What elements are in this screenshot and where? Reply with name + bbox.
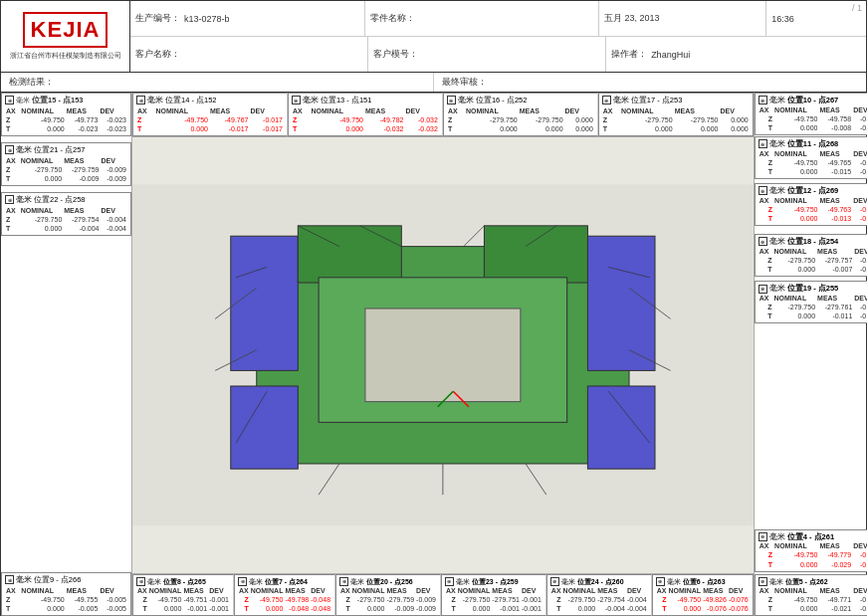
operator-cell: 操作者： ZhangHui	[606, 37, 866, 72]
mbox-pos15: ⊕ 毫米 位置15 - 点153 AXNOMINALMEASDEV Z-49.7…	[1, 93, 131, 136]
mbox-pos8: ⊕ 毫米 位置8 - 点265 AXNOMINALMEASDEV Z-49.75…	[132, 574, 234, 616]
right-panel: ⊕ 毫米 位置10 - 点267 AXNOMINALMEASDEV Z-49.7…	[754, 93, 867, 616]
header: KEJIA 浙江省台州市科佳模架制造有限公司 生产编号： k13-0278-b …	[1, 1, 866, 73]
part-name-cell: 零件名称：	[365, 1, 600, 36]
corner-mark: / 1	[852, 3, 862, 13]
mbox-pos5: ⊕ 毫米 位置5 - 点262 AXNOMINALMEASDEV Z-49.75…	[755, 574, 867, 616]
left-spacer	[1, 236, 131, 572]
top-mbox-row: ⊕ 毫米 位置14 - 点152 AXNOMINALMEASDEV Z-49.7…	[132, 93, 754, 137]
result-row: 检测结果： 最终审核：	[1, 73, 866, 93]
mbox-pos12: ⊕ 毫米 位置12 - 点269 AXNOMINALMEASDEV Z-49.7…	[755, 183, 867, 226]
svg-rect-26	[365, 308, 521, 402]
unit-pos15: 毫米	[16, 96, 30, 104]
mbox-pos20: ⊕ 毫米 位置20 - 点256 AXNOMINALMEASDEV Z-279.…	[335, 574, 441, 616]
header-fields: 生产编号： k13-0278-b 零件名称： 五月 23, 2013 16:36…	[130, 1, 866, 72]
mbox-pos7: ⊕ 毫米 位置7 - 点264 AXNOMINALMEASDEV Z-49.75…	[234, 574, 335, 616]
mbox-pos18: ⊕ 毫米 位置18 - 点254 AXNOMINALMEASDEV Z-279.…	[755, 234, 867, 277]
logo-sub: 浙江省台州市科佳模架制造有限公司	[10, 51, 121, 61]
mbox-pos6: ⊕ 毫米 位置6 - 点263 AXNOMINALMEASDEV Z-49.75…	[652, 574, 754, 616]
3d-view	[132, 137, 754, 573]
mbox-pos14: ⊕ 毫米 位置14 - 点152 AXNOMINALMEASDEV Z-49.7…	[132, 93, 288, 136]
logo-box: KEJIA	[23, 12, 108, 48]
svg-rect-5	[587, 386, 655, 469]
mbox-pos17: ⊕ 毫米 位置17 - 点253 AXNOMINALMEASDEV Z-279.…	[598, 93, 754, 136]
svg-rect-7	[484, 226, 587, 283]
header-row-2: 客户名称： 客户模号： 操作者： ZhangHui	[130, 37, 866, 72]
right-spacer	[755, 323, 867, 528]
left-panel: ⊕ 毫米 位置15 - 点153 AXNOMINALMEASDEV Z-49.7…	[1, 93, 132, 616]
mbox-pos23: ⊕ 毫米 位置23 - 点259 AXNOMINALMEASDEV Z-279.…	[441, 574, 546, 616]
title-pos15: 位置15 - 点153	[32, 96, 84, 105]
time-value: 16:36	[771, 14, 794, 24]
svg-rect-6	[298, 226, 401, 283]
prod-no-value: k13-0278-b	[184, 14, 230, 24]
svg-rect-3	[587, 236, 655, 370]
mbox-pos13: ⊕ 毫米 位置13 - 点151 AXNOMINALMEASDEV Z-49.7…	[288, 93, 443, 136]
logo-text: KEJIA	[31, 17, 101, 43]
date-cell: 五月 23, 2013	[599, 1, 766, 36]
svg-rect-4	[231, 386, 299, 469]
logo-area: KEJIA 浙江省台州市科佳模架制造有限公司	[1, 1, 130, 72]
final-review-label: 最终审核：	[442, 76, 487, 89]
mbox-pos16: ⊕ 毫米 位置16 - 点252 AXNOMINALMEASDEV Z-279.…	[443, 93, 598, 136]
mbox-pos22: ⊕ 毫米 位置22 - 点258 AXNOMINALMEASDEV Z-279.…	[1, 192, 131, 236]
center-area: ⊕ 毫米 位置14 - 点152 AXNOMINALMEASDEV Z-49.7…	[132, 93, 754, 616]
svg-rect-2	[231, 236, 299, 370]
date-value: 五月 23, 2013	[604, 12, 660, 25]
table-pos15: AXNOMINALMEASDEV Z-49.750-49.773-0.023 T…	[5, 106, 127, 133]
mbox-pos9: ⊕ 毫米 位置9 - 点266 AXNOMINALMEASDEV Z-49.75…	[1, 572, 131, 616]
page: KEJIA 浙江省台州市科佳模架制造有限公司 生产编号： k13-0278-b …	[0, 0, 867, 616]
customer-model-cell: 客户模号：	[368, 37, 606, 72]
part-name-label: 零件名称：	[370, 12, 415, 25]
prod-no-cell: 生产编号： k13-0278-b	[130, 1, 365, 36]
customer-model-label: 客户模号：	[373, 48, 418, 61]
mbox-pos15-header: ⊕ 毫米 位置15 - 点153	[5, 96, 127, 105]
mbox-pos11: ⊕ 毫米 位置11 - 点268 AXNOMINALMEASDEV Z-49.7…	[755, 136, 867, 179]
main-area: ⊕ 毫米 位置15 - 点153 AXNOMINALMEASDEV Z-49.7…	[1, 93, 866, 616]
mbox-pos24: ⊕ 毫米 位置24 - 点260 AXNOMINALMEASDEV Z-279.…	[546, 574, 652, 616]
prod-no-label: 生产编号：	[135, 12, 180, 25]
mbox-pos10: ⊕ 毫米 位置10 - 点267 AXNOMINALMEASDEV Z-49.7…	[755, 93, 867, 135]
inspect-label: 检测结果：	[9, 76, 54, 89]
final-review-cell: 最终审核：	[434, 73, 866, 92]
mbox-pos4: ⊕ 毫米 位置4 - 点261 AXNOMINALMEASDEV Z-49.75…	[755, 529, 867, 572]
header-row-1: 生产编号： k13-0278-b 零件名称： 五月 23, 2013 16:36	[130, 1, 866, 37]
bottom-mbox-row: ⊕ 毫米 位置8 - 点265 AXNOMINALMEASDEV Z-49.75…	[132, 573, 754, 616]
operator-label: 操作者：	[611, 48, 647, 61]
mbox-sym: ⊕	[5, 96, 14, 104]
mbox-pos19: ⊕ 毫米 位置19 - 点255 AXNOMINALMEASDEV Z-279.…	[755, 281, 867, 323]
inspect-result-cell: 检测结果：	[1, 73, 434, 92]
customer-name-label: 客户名称：	[135, 48, 180, 61]
mbox-pos21: ⊕ 毫米 位置21 - 点257 AXNOMINALMEASDEV Z-279.…	[1, 142, 131, 186]
operator-value: ZhangHui	[651, 50, 690, 60]
3d-model-svg	[132, 137, 754, 573]
customer-name-cell: 客户名称：	[130, 37, 368, 72]
